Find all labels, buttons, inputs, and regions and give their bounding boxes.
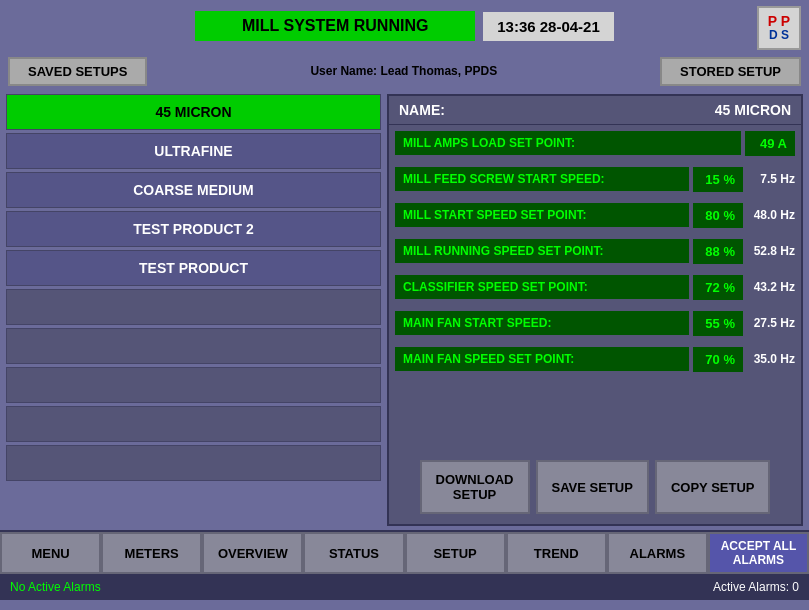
param-label-2: MILL START SPEED SET POINT: xyxy=(395,203,689,227)
param-hz-5: 27.5 Hz xyxy=(747,316,795,330)
param-value-0: 49 A xyxy=(745,131,795,156)
setup-list: 45 MICRONULTRAFINECOARSE MEDIUMTEST PROD… xyxy=(6,94,381,526)
param-label-3: MILL RUNNING SPEED SET POINT: xyxy=(395,239,689,263)
header-time: 13:36 28-04-21 xyxy=(483,12,614,41)
param-row-1: MILL FEED SCREW START SPEED:15 %7.5 Hz xyxy=(389,161,801,197)
param-hz-1: 7.5 Hz xyxy=(747,172,795,186)
status-right: Active Alarms: 0 xyxy=(713,580,799,594)
nav-btn-trend[interactable]: TREND xyxy=(506,532,607,574)
user-info: User Name: Lead Thomas, PPDS xyxy=(155,64,652,78)
main-content: 45 MICRONULTRAFINECOARSE MEDIUMTEST PROD… xyxy=(0,90,809,530)
setup-item-2[interactable]: COARSE MEDIUM xyxy=(6,172,381,208)
download-setup-button[interactable]: DOWNLOADSETUP xyxy=(420,460,530,514)
name-label: NAME: xyxy=(399,102,445,118)
param-hz-6: 35.0 Hz xyxy=(747,352,795,366)
nav-btn-alarms[interactable]: ALARMS xyxy=(607,532,708,574)
setup-item-6[interactable] xyxy=(6,328,381,364)
nav-btn-status[interactable]: STATUS xyxy=(303,532,404,574)
logo-top: P P xyxy=(768,14,790,29)
setup-item-1[interactable]: ULTRAFINE xyxy=(6,133,381,169)
param-row-3: MILL RUNNING SPEED SET POINT:88 %52.8 Hz xyxy=(389,233,801,269)
setup-item-0[interactable]: 45 MICRON xyxy=(6,94,381,130)
setup-item-9[interactable] xyxy=(6,445,381,481)
save-setup-button[interactable]: SAVE SETUP xyxy=(536,460,649,514)
company-logo: P P D S xyxy=(757,6,801,50)
status-left: No Active Alarms xyxy=(10,580,101,594)
setup-item-8[interactable] xyxy=(6,406,381,442)
detail-buttons: DOWNLOADSETUP SAVE SETUP COPY SETUP xyxy=(389,450,801,524)
saved-setups-label: SAVED SETUPS xyxy=(8,57,147,86)
param-row-2: MILL START SPEED SET POINT:80 %48.0 Hz xyxy=(389,197,801,233)
param-value-3: 88 % xyxy=(693,239,743,264)
setup-item-7[interactable] xyxy=(6,367,381,403)
param-label-6: MAIN FAN SPEED SET POINT: xyxy=(395,347,689,371)
param-hz-4: 43.2 Hz xyxy=(747,280,795,294)
setup-item-4[interactable]: TEST PRODUCT xyxy=(6,250,381,286)
detail-panel: NAME: 45 MICRON MILL AMPS LOAD SET POINT… xyxy=(387,94,803,526)
param-label-0: MILL AMPS LOAD SET POINT: xyxy=(395,131,741,155)
copy-setup-button[interactable]: COPY SETUP xyxy=(655,460,771,514)
param-label-1: MILL FEED SCREW START SPEED: xyxy=(395,167,689,191)
param-hz-3: 52.8 Hz xyxy=(747,244,795,258)
system-status-title: MILL SYSTEM RUNNING xyxy=(195,11,475,41)
sub-header: SAVED SETUPS User Name: Lead Thomas, PPD… xyxy=(0,52,809,90)
setup-item-3[interactable]: TEST PRODUCT 2 xyxy=(6,211,381,247)
nav-btn-setup[interactable]: SETUP xyxy=(405,532,506,574)
param-value-6: 70 % xyxy=(693,347,743,372)
nav-btn-meters[interactable]: METERS xyxy=(101,532,202,574)
nav-btn-menu[interactable]: MENU xyxy=(0,532,101,574)
nav-btn-overview[interactable]: OVERVIEW xyxy=(202,532,303,574)
param-label-4: CLASSIFIER SPEED SET POINT: xyxy=(395,275,689,299)
param-row-4: CLASSIFIER SPEED SET POINT:72 %43.2 Hz xyxy=(389,269,801,305)
param-value-5: 55 % xyxy=(693,311,743,336)
name-value: 45 MICRON xyxy=(715,102,791,118)
param-hz-2: 48.0 Hz xyxy=(747,208,795,222)
param-value-2: 80 % xyxy=(693,203,743,228)
bottom-nav: MENUMETERSOVERVIEWSTATUSSETUPTRENDALARMS… xyxy=(0,530,809,574)
param-value-4: 72 % xyxy=(693,275,743,300)
logo-bottom: D S xyxy=(769,29,789,42)
param-row-6: MAIN FAN SPEED SET POINT:70 %35.0 Hz xyxy=(389,341,801,377)
param-row-0: MILL AMPS LOAD SET POINT:49 A xyxy=(389,125,801,161)
header: MILL SYSTEM RUNNING 13:36 28-04-21 P P D… xyxy=(0,0,809,52)
param-row-5: MAIN FAN START SPEED:55 %27.5 Hz xyxy=(389,305,801,341)
param-value-1: 15 % xyxy=(693,167,743,192)
stored-setup-label: STORED SETUP xyxy=(660,57,801,86)
param-label-5: MAIN FAN START SPEED: xyxy=(395,311,689,335)
detail-header: NAME: 45 MICRON xyxy=(389,96,801,125)
nav-btn-accept-all-alarms[interactable]: ACCEPT ALLALARMS xyxy=(708,532,809,574)
setup-item-5[interactable] xyxy=(6,289,381,325)
status-bar: No Active Alarms Active Alarms: 0 xyxy=(0,574,809,600)
